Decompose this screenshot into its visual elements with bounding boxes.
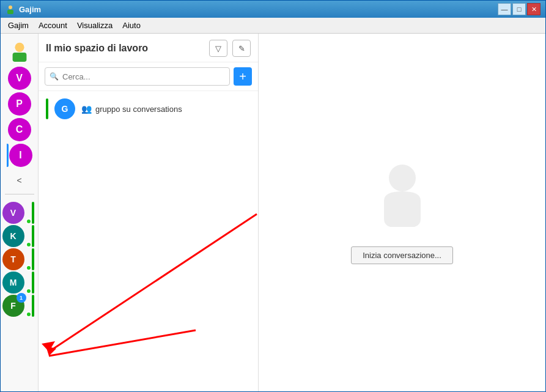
- minimize-button[interactable]: —: [498, 3, 511, 15]
- edit-button[interactable]: ✎: [232, 40, 251, 57]
- contact-m-bar: [32, 272, 34, 294]
- filter-button[interactable]: ▽: [209, 40, 227, 57]
- contact-k[interactable]: K: [2, 225, 37, 247]
- right-panel: Inizia conversazione...: [259, 34, 545, 391]
- app-icon: [6, 4, 15, 14]
- contact-t-status: [26, 265, 32, 271]
- search-wrapper: 🔍: [45, 67, 230, 86]
- menu-gajim[interactable]: Gajim: [3, 19, 34, 32]
- chat-panel: Il mio spazio di lavoro ▽ ✎ 🔍 +: [39, 34, 259, 391]
- contact-v-bar: [32, 202, 34, 224]
- menu-bar: Gajim Account Visualizza Aiuto: [1, 18, 545, 34]
- menu-aiuto[interactable]: Aiuto: [117, 19, 146, 32]
- contact-f-bar: [32, 295, 34, 317]
- account-i-wrapper: I: [7, 144, 32, 167]
- add-chat-button[interactable]: +: [234, 67, 252, 86]
- empty-state: Inizia conversazione...: [351, 161, 453, 264]
- chat-item-info: 👥 gruppo su conversations: [81, 104, 182, 114]
- title-bar: Gajim — □ ✕: [1, 1, 545, 18]
- chat-item-name: gruppo su conversations: [95, 105, 182, 114]
- svg-rect-3: [12, 53, 26, 62]
- contact-v-status: [26, 218, 32, 224]
- start-conversation-button[interactable]: Inizia conversazione...: [351, 246, 453, 264]
- search-bar: 🔍 +: [39, 62, 258, 91]
- account-sidebar: V P C I <: [1, 34, 39, 391]
- person-silhouette-icon: [372, 161, 433, 234]
- contact-m[interactable]: M: [2, 272, 37, 294]
- chat-list: G 👥 gruppo su conversations: [39, 91, 258, 391]
- contact-t-bar: [32, 248, 34, 270]
- account-v[interactable]: V: [8, 67, 31, 90]
- contact-f[interactable]: F 1: [2, 295, 37, 317]
- chat-panel-header: Il mio spazio di lavoro ▽ ✎: [39, 34, 258, 62]
- menu-account[interactable]: Account: [34, 19, 72, 32]
- gajim-avatar-icon: [8, 40, 31, 63]
- account-i[interactable]: I: [9, 144, 32, 167]
- contact-list: V K T: [2, 202, 37, 317]
- filter-icon: ▽: [215, 44, 221, 53]
- workspace-title: Il mio spazio di lavoro: [46, 43, 204, 54]
- window-title: Gajim: [19, 5, 41, 14]
- contact-m-status: [26, 288, 32, 294]
- close-button[interactable]: ✕: [527, 3, 540, 15]
- contact-v[interactable]: V: [2, 202, 37, 224]
- chat-item-status-bar: [46, 98, 48, 119]
- svg-rect-1: [7, 10, 13, 14]
- search-icon: 🔍: [50, 72, 59, 81]
- account-p[interactable]: P: [8, 92, 31, 116]
- collapse-button[interactable]: <: [8, 172, 31, 189]
- maximize-button[interactable]: □: [512, 3, 526, 15]
- svg-point-4: [389, 165, 416, 191]
- account-c[interactable]: C: [8, 118, 31, 141]
- contact-f-status: [26, 311, 32, 317]
- group-icon: 👥: [81, 104, 92, 114]
- chat-avatar-g: G: [54, 98, 75, 119]
- contact-f-badge: 1: [17, 293, 26, 303]
- chat-item-gruppo[interactable]: G 👥 gruppo su conversations: [39, 94, 258, 124]
- menu-visualizza[interactable]: Visualizza: [72, 19, 117, 32]
- sidebar-divider: [5, 194, 34, 194]
- search-input[interactable]: [45, 67, 230, 86]
- top-avatar[interactable]: [7, 39, 32, 64]
- contact-k-status: [26, 242, 32, 248]
- svg-point-0: [9, 6, 12, 9]
- contact-t[interactable]: T: [2, 248, 37, 270]
- svg-point-2: [15, 43, 24, 52]
- contact-k-bar: [32, 225, 34, 247]
- edit-icon: ✎: [238, 44, 245, 53]
